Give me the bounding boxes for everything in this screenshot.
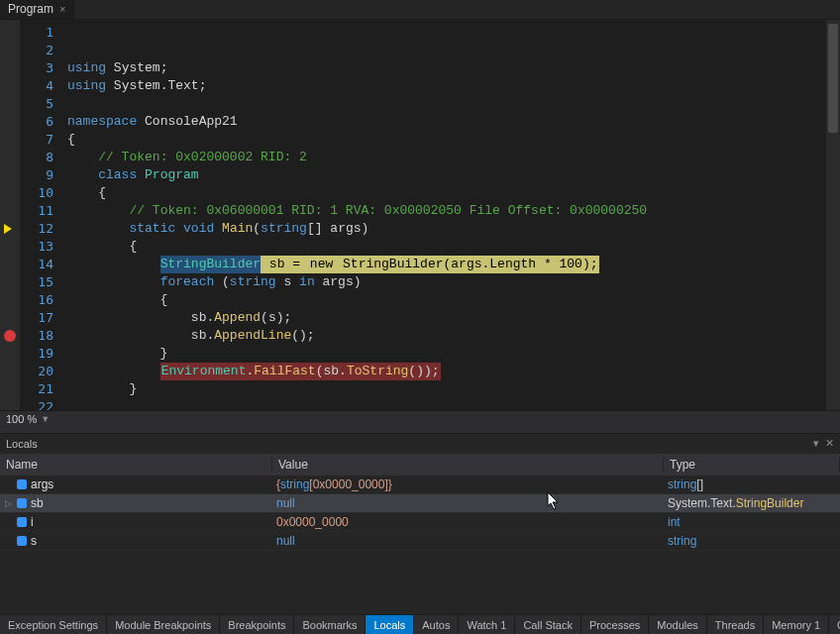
- code-line[interactable]: {: [67, 184, 826, 202]
- tool-tab-processes[interactable]: Processes: [581, 615, 649, 634]
- line-number: 18: [20, 327, 53, 345]
- var-value[interactable]: null: [272, 496, 664, 510]
- line-number: 13: [20, 238, 53, 256]
- code-line[interactable]: // Token: 0x06000001 RID: 1 RVA: 0x00002…: [67, 202, 826, 220]
- var-value[interactable]: {string[0x0000_0000]}: [272, 477, 664, 491]
- line-number: 11: [20, 202, 53, 220]
- tool-tab-bookmarks[interactable]: Bookmarks: [294, 615, 366, 634]
- line-number: 5: [20, 95, 53, 113]
- tab-label: Program: [8, 2, 53, 16]
- code-line[interactable]: }: [67, 345, 826, 363]
- line-number: 1: [20, 24, 53, 42]
- locals-row[interactable]: snullstring: [0, 532, 840, 551]
- locals-row[interactable]: i0x0000_0000int: [0, 513, 840, 532]
- line-number: 6: [20, 113, 53, 131]
- code-editor[interactable]: 1234567891011121314151617181920212223 us…: [0, 20, 840, 410]
- var-type: string: [664, 534, 840, 548]
- col-value[interactable]: Value: [272, 458, 664, 472]
- var-name: i: [31, 515, 34, 529]
- code-line[interactable]: using System;: [67, 59, 826, 77]
- var-value[interactable]: null: [272, 534, 664, 548]
- glyph-margin[interactable]: [0, 20, 20, 410]
- var-type: System.Text.StringBuilder: [664, 496, 840, 510]
- line-number-gutter: 1234567891011121314151617181920212223: [20, 20, 59, 410]
- close-icon[interactable]: ✕: [825, 437, 834, 450]
- close-icon[interactable]: ×: [59, 3, 65, 15]
- panel-header: Locals ▾ ✕: [0, 434, 840, 454]
- line-number: 17: [20, 309, 53, 327]
- code-line[interactable]: namespace ConsoleApp21: [67, 113, 826, 131]
- line-number: 4: [20, 77, 53, 95]
- line-number: 14: [20, 256, 53, 273]
- tool-window-tabs: Exception SettingsModule BreakpointsBrea…: [0, 614, 840, 634]
- variable-icon: [17, 536, 27, 546]
- code-line[interactable]: class Program: [67, 166, 826, 184]
- code-line[interactable]: {: [67, 131, 826, 149]
- tool-tab-watch-1[interactable]: Watch 1: [459, 615, 515, 634]
- locals-row[interactable]: args{string[0x0000_0000]}string[]: [0, 476, 840, 494]
- line-number: 12: [20, 220, 53, 238]
- zoom-level: 100 %: [6, 413, 37, 425]
- line-number: 19: [20, 345, 53, 363]
- code-line[interactable]: sb.AppendLine();: [67, 327, 826, 345]
- code-line[interactable]: // Token: 0x02000002 RID: 2: [67, 149, 826, 166]
- tool-tab-memory-1[interactable]: Memory 1: [764, 615, 829, 634]
- line-number: 8: [20, 149, 53, 166]
- line-number: 2: [20, 42, 53, 59]
- var-type: string[]: [664, 477, 840, 491]
- tool-tab-modules[interactable]: Modules: [649, 615, 707, 634]
- expand-icon[interactable]: ▷: [4, 498, 13, 508]
- line-number: 21: [20, 380, 53, 398]
- code-line[interactable]: Environment.FailFast(sb.ToString());: [67, 363, 826, 380]
- code-area[interactable]: using System;using System.Text;namespace…: [59, 20, 826, 410]
- tool-tab-breakpoints[interactable]: Breakpoints: [220, 615, 294, 634]
- var-type: int: [664, 515, 840, 529]
- tool-tab-autos[interactable]: Autos: [414, 615, 459, 634]
- line-number: 7: [20, 131, 53, 149]
- col-name[interactable]: Name: [0, 458, 272, 472]
- code-line[interactable]: [67, 95, 826, 113]
- var-name: args: [31, 477, 53, 491]
- code-line[interactable]: {: [67, 291, 826, 309]
- document-tab-program[interactable]: Program ×: [0, 0, 74, 19]
- variable-icon: [17, 498, 27, 508]
- tool-tab-module-breakpoints[interactable]: Module Breakpoints: [107, 615, 220, 634]
- code-line[interactable]: StringBuilder sb = new StringBuilder(arg…: [67, 256, 826, 273]
- line-number: 9: [20, 166, 53, 184]
- tool-tab-threads[interactable]: Threads: [707, 615, 764, 634]
- breakpoint-icon[interactable]: [4, 330, 16, 342]
- tool-tab-locals[interactable]: Locals: [366, 615, 414, 634]
- code-line[interactable]: }: [67, 380, 826, 398]
- variable-icon: [17, 479, 27, 489]
- panel-title: Locals: [6, 438, 38, 450]
- var-name: s: [31, 534, 37, 548]
- code-line[interactable]: static void Main(string[] args): [67, 220, 826, 238]
- locals-grid: Name Value Type args{string[0x0000_0000]…: [0, 454, 840, 615]
- zoom-strip: 100 % ▼: [0, 410, 840, 428]
- pin-icon[interactable]: ▾: [813, 437, 819, 450]
- line-number: 20: [20, 363, 53, 380]
- code-line[interactable]: [67, 398, 826, 410]
- var-name: sb: [31, 496, 44, 510]
- code-line[interactable]: {: [67, 238, 826, 256]
- variable-icon: [17, 517, 27, 527]
- code-line[interactable]: sb.Append(s);: [67, 309, 826, 327]
- line-number: 3: [20, 59, 53, 77]
- tool-tab-call-stack[interactable]: Call Stack: [515, 615, 581, 634]
- code-line[interactable]: using System.Text;: [67, 77, 826, 95]
- line-number: 10: [20, 184, 53, 202]
- line-number: 15: [20, 273, 53, 291]
- line-number: 16: [20, 291, 53, 309]
- var-value[interactable]: 0x0000_0000: [272, 515, 664, 529]
- line-number: 22: [20, 398, 53, 410]
- code-line[interactable]: foreach (string s in args): [67, 273, 826, 291]
- locals-panel: Locals ▾ ✕ Name Value Type args{string[0…: [0, 433, 840, 615]
- tool-tab-output[interactable]: Output: [829, 615, 840, 634]
- document-tab-strip: Program ×: [0, 0, 840, 20]
- scrollbar-thumb[interactable]: [828, 24, 838, 133]
- locals-row[interactable]: ▷sbnullSystem.Text.StringBuilder: [0, 494, 840, 513]
- tool-tab-exception-settings[interactable]: Exception Settings: [0, 615, 107, 634]
- vertical-scrollbar[interactable]: [826, 20, 840, 410]
- chevron-down-icon[interactable]: ▼: [41, 414, 50, 424]
- col-type[interactable]: Type: [664, 458, 840, 472]
